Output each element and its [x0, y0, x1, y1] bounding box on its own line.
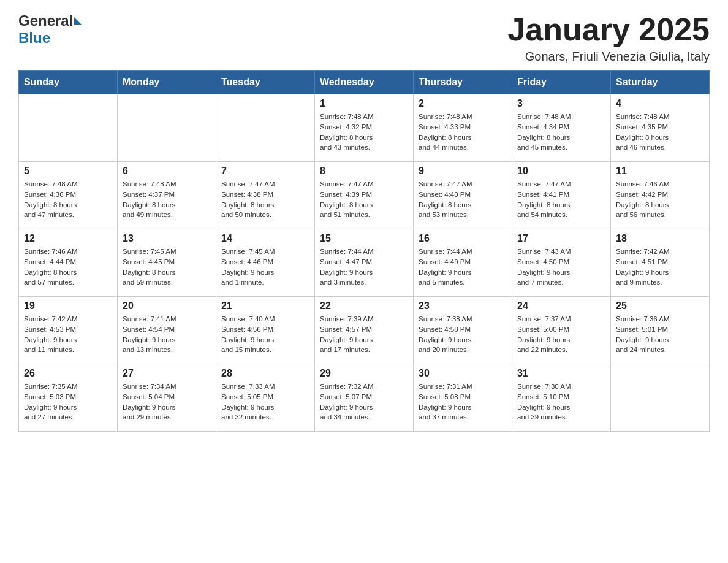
table-row: 6Sunrise: 7:48 AM Sunset: 4:37 PM Daylig… — [118, 162, 216, 229]
table-row: 27Sunrise: 7:34 AM Sunset: 5:04 PM Dayli… — [118, 364, 216, 432]
table-row — [216, 94, 315, 162]
day-number: 27 — [123, 368, 211, 379]
day-number: 28 — [221, 368, 309, 379]
day-number: 22 — [320, 301, 408, 312]
logo-triangle-icon — [74, 17, 82, 25]
day-info: Sunrise: 7:46 AM Sunset: 4:42 PM Dayligh… — [616, 179, 704, 220]
day-number: 5 — [24, 166, 112, 177]
day-info: Sunrise: 7:35 AM Sunset: 5:03 PM Dayligh… — [24, 381, 112, 423]
day-info: Sunrise: 7:42 AM Sunset: 4:53 PM Dayligh… — [24, 314, 112, 355]
calendar-header-row: Sunday Monday Tuesday Wednesday Thursday… — [19, 71, 710, 94]
table-row: 21Sunrise: 7:40 AM Sunset: 4:56 PM Dayli… — [216, 297, 315, 364]
day-number: 8 — [320, 166, 408, 177]
day-info: Sunrise: 7:48 AM Sunset: 4:32 PM Dayligh… — [320, 112, 408, 153]
calendar-week-row: 5Sunrise: 7:48 AM Sunset: 4:36 PM Daylig… — [19, 162, 710, 229]
calendar-table: Sunday Monday Tuesday Wednesday Thursday… — [18, 70, 710, 432]
table-row: 5Sunrise: 7:48 AM Sunset: 4:36 PM Daylig… — [19, 162, 118, 229]
day-number: 17 — [517, 233, 605, 244]
day-number: 9 — [419, 166, 507, 177]
day-number: 7 — [221, 166, 309, 177]
day-info: Sunrise: 7:44 AM Sunset: 4:47 PM Dayligh… — [320, 247, 408, 288]
table-row: 4Sunrise: 7:48 AM Sunset: 4:35 PM Daylig… — [611, 94, 710, 162]
table-row: 8Sunrise: 7:47 AM Sunset: 4:39 PM Daylig… — [315, 162, 414, 229]
day-info: Sunrise: 7:48 AM Sunset: 4:36 PM Dayligh… — [24, 179, 112, 220]
table-row — [118, 94, 216, 162]
day-number: 11 — [616, 166, 704, 177]
table-row: 23Sunrise: 7:38 AM Sunset: 4:58 PM Dayli… — [414, 297, 512, 364]
day-number: 20 — [123, 301, 211, 312]
table-row: 7Sunrise: 7:47 AM Sunset: 4:38 PM Daylig… — [216, 162, 315, 229]
day-info: Sunrise: 7:45 AM Sunset: 4:45 PM Dayligh… — [123, 247, 211, 288]
col-thursday: Thursday — [414, 71, 512, 94]
table-row: 22Sunrise: 7:39 AM Sunset: 4:57 PM Dayli… — [315, 297, 414, 364]
location-subtitle: Gonars, Friuli Venezia Giulia, Italy — [507, 50, 710, 64]
day-number: 29 — [320, 368, 408, 379]
day-info: Sunrise: 7:46 AM Sunset: 4:44 PM Dayligh… — [24, 247, 112, 288]
table-row: 18Sunrise: 7:42 AM Sunset: 4:51 PM Dayli… — [611, 229, 710, 297]
calendar-week-row: 1Sunrise: 7:48 AM Sunset: 4:32 PM Daylig… — [19, 94, 710, 162]
table-row: 26Sunrise: 7:35 AM Sunset: 5:03 PM Dayli… — [19, 364, 118, 432]
col-wednesday: Wednesday — [315, 71, 414, 94]
day-info: Sunrise: 7:39 AM Sunset: 4:57 PM Dayligh… — [320, 314, 408, 355]
table-row: 20Sunrise: 7:41 AM Sunset: 4:54 PM Dayli… — [118, 297, 216, 364]
logo: General Blue — [18, 12, 82, 47]
page-header: General Blue January 2025 Gonars, Friuli… — [18, 12, 710, 64]
table-row: 14Sunrise: 7:45 AM Sunset: 4:46 PM Dayli… — [216, 229, 315, 297]
day-number: 15 — [320, 233, 408, 244]
day-info: Sunrise: 7:48 AM Sunset: 4:34 PM Dayligh… — [517, 112, 605, 153]
day-number: 24 — [517, 301, 605, 312]
table-row: 19Sunrise: 7:42 AM Sunset: 4:53 PM Dayli… — [19, 297, 118, 364]
day-info: Sunrise: 7:45 AM Sunset: 4:46 PM Dayligh… — [221, 247, 309, 288]
day-number: 16 — [419, 233, 507, 244]
table-row: 11Sunrise: 7:46 AM Sunset: 4:42 PM Dayli… — [611, 162, 710, 229]
table-row: 9Sunrise: 7:47 AM Sunset: 4:40 PM Daylig… — [414, 162, 512, 229]
day-info: Sunrise: 7:48 AM Sunset: 4:33 PM Dayligh… — [419, 112, 507, 153]
day-info: Sunrise: 7:48 AM Sunset: 4:35 PM Dayligh… — [616, 112, 704, 153]
day-number: 21 — [221, 301, 309, 312]
day-info: Sunrise: 7:31 AM Sunset: 5:08 PM Dayligh… — [419, 381, 507, 423]
day-info: Sunrise: 7:41 AM Sunset: 4:54 PM Dayligh… — [123, 314, 211, 355]
col-friday: Friday — [512, 71, 611, 94]
day-info: Sunrise: 7:43 AM Sunset: 4:50 PM Dayligh… — [517, 247, 605, 288]
col-saturday: Saturday — [611, 71, 710, 94]
table-row: 29Sunrise: 7:32 AM Sunset: 5:07 PM Dayli… — [315, 364, 414, 432]
table-row: 16Sunrise: 7:44 AM Sunset: 4:49 PM Dayli… — [414, 229, 512, 297]
table-row: 12Sunrise: 7:46 AM Sunset: 4:44 PM Dayli… — [19, 229, 118, 297]
day-number: 23 — [419, 301, 507, 312]
table-row — [19, 94, 118, 162]
day-number: 14 — [221, 233, 309, 244]
table-row — [611, 364, 710, 432]
day-number: 30 — [419, 368, 507, 379]
logo-blue-text: Blue — [18, 29, 50, 47]
calendar-week-row: 26Sunrise: 7:35 AM Sunset: 5:03 PM Dayli… — [19, 364, 710, 432]
logo-general-text: General — [18, 12, 73, 29]
table-row: 13Sunrise: 7:45 AM Sunset: 4:45 PM Dayli… — [118, 229, 216, 297]
day-info: Sunrise: 7:34 AM Sunset: 5:04 PM Dayligh… — [123, 381, 211, 423]
day-number: 10 — [517, 166, 605, 177]
table-row: 2Sunrise: 7:48 AM Sunset: 4:33 PM Daylig… — [414, 94, 512, 162]
day-info: Sunrise: 7:40 AM Sunset: 4:56 PM Dayligh… — [221, 314, 309, 355]
table-row: 1Sunrise: 7:48 AM Sunset: 4:32 PM Daylig… — [315, 94, 414, 162]
table-row: 3Sunrise: 7:48 AM Sunset: 4:34 PM Daylig… — [512, 94, 611, 162]
day-info: Sunrise: 7:47 AM Sunset: 4:41 PM Dayligh… — [517, 179, 605, 220]
table-row: 25Sunrise: 7:36 AM Sunset: 5:01 PM Dayli… — [611, 297, 710, 364]
table-row: 31Sunrise: 7:30 AM Sunset: 5:10 PM Dayli… — [512, 364, 611, 432]
day-info: Sunrise: 7:33 AM Sunset: 5:05 PM Dayligh… — [221, 381, 309, 423]
day-number: 26 — [24, 368, 112, 379]
table-row: 10Sunrise: 7:47 AM Sunset: 4:41 PM Dayli… — [512, 162, 611, 229]
table-row: 30Sunrise: 7:31 AM Sunset: 5:08 PM Dayli… — [414, 364, 512, 432]
day-info: Sunrise: 7:30 AM Sunset: 5:10 PM Dayligh… — [517, 381, 605, 423]
table-row: 28Sunrise: 7:33 AM Sunset: 5:05 PM Dayli… — [216, 364, 315, 432]
day-info: Sunrise: 7:32 AM Sunset: 5:07 PM Dayligh… — [320, 381, 408, 423]
col-tuesday: Tuesday — [216, 71, 315, 94]
table-row: 24Sunrise: 7:37 AM Sunset: 5:00 PM Dayli… — [512, 297, 611, 364]
day-number: 2 — [419, 98, 507, 109]
day-number: 3 — [517, 98, 605, 109]
day-info: Sunrise: 7:38 AM Sunset: 4:58 PM Dayligh… — [419, 314, 507, 355]
month-title: January 2025 — [507, 12, 710, 47]
table-row: 15Sunrise: 7:44 AM Sunset: 4:47 PM Dayli… — [315, 229, 414, 297]
title-section: January 2025 Gonars, Friuli Venezia Giul… — [507, 12, 710, 64]
day-number: 19 — [24, 301, 112, 312]
day-number: 13 — [123, 233, 211, 244]
day-info: Sunrise: 7:42 AM Sunset: 4:51 PM Dayligh… — [616, 247, 704, 288]
